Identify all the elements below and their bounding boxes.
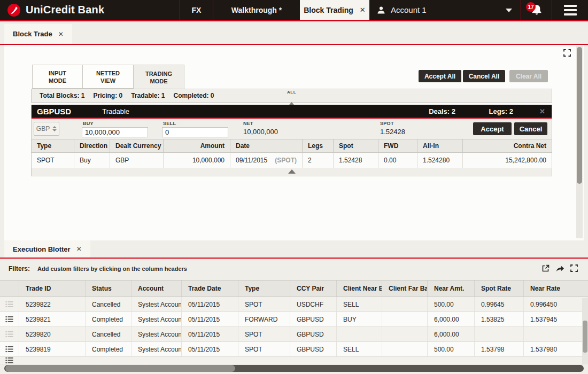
cancel-all-button[interactable]: Cancel All <box>463 70 505 82</box>
blotter-row[interactable]: 5239820 Cancelled Systest Account 1 05/1… <box>0 327 588 342</box>
column-header: Contra Net <box>463 139 552 152</box>
close-icon[interactable]: ✕ <box>360 6 366 14</box>
tab-block-trading[interactable]: Block Trading ✕ <box>300 0 369 20</box>
cell-spot: 1.52428 <box>334 153 378 168</box>
blotter-vertical-scrollbar[interactable] <box>582 298 588 364</box>
row-menu-icon[interactable] <box>0 297 19 311</box>
column-header: All-In <box>417 139 463 152</box>
cell: 5239819 <box>19 342 86 356</box>
menu-item-walkthrough[interactable]: Walkthrough * <box>213 0 300 20</box>
collapse-all-toggle[interactable]: ALL <box>287 90 296 102</box>
cell-fwd: 0.00 <box>378 153 417 168</box>
column-header[interactable]: Client Near Bas <box>337 280 382 297</box>
column-header[interactable]: Trade ID <box>19 280 86 297</box>
net-value: 10,000,000 <box>243 128 278 136</box>
cell <box>382 342 428 356</box>
filters-hint: Add custom filters by clicking on the co… <box>37 266 187 272</box>
cell: 05/11/2015 <box>182 297 238 311</box>
row-menu-icon[interactable] <box>0 357 19 364</box>
share-icon[interactable] <box>555 264 564 275</box>
cell-all-in: 1.524280 <box>417 153 463 168</box>
collapse-block-icon[interactable] <box>288 169 296 174</box>
pricing-count: Pricing: 0 <box>93 92 122 99</box>
column-header: Amount <box>164 139 230 152</box>
fullscreen-icon[interactable] <box>570 264 578 275</box>
row-menu-icon[interactable] <box>0 312 19 326</box>
blotter-tabstrip: Execution Blotter ✕ <box>0 240 588 258</box>
summary-bar: Total Blocks: 1 Pricing: 0 Tradable: 1 C… <box>31 89 552 103</box>
cell: 0.99645 <box>475 297 524 311</box>
cell: 5239822 <box>19 297 86 311</box>
deal-table-row[interactable]: SPOT Buy GBP 10,000,000 09/11/2015 (SPOT… <box>32 153 552 168</box>
close-icon[interactable]: ✕ <box>58 30 64 38</box>
accept-button[interactable]: Accept <box>473 122 512 135</box>
cell <box>382 312 428 326</box>
tab-netted-view[interactable]: NETTED VIEW <box>83 65 134 89</box>
fullscreen-icon[interactable] <box>563 49 571 59</box>
cell: FORWARD <box>238 312 290 326</box>
cell: 1.53798 <box>475 342 524 356</box>
horizontal-scrollbar[interactable] <box>4 365 584 372</box>
popout-icon[interactable] <box>541 264 550 275</box>
close-icon[interactable]: ✕ <box>539 107 545 115</box>
cell: SELL <box>337 297 382 311</box>
blotter-row-partial[interactable] <box>0 357 588 364</box>
menu-item-fx[interactable]: FX <box>180 0 213 20</box>
column-header: Direction <box>74 139 110 152</box>
cell: 6,000.00 <box>428 312 475 326</box>
clear-all-button[interactable]: Clear All <box>509 70 548 82</box>
top-bar: UniCredit Bank FX Walkthrough * Block Tr… <box>0 0 588 21</box>
cell: 05/11/2015 <box>182 312 238 326</box>
column-header[interactable]: Client Far Base <box>382 280 428 297</box>
tab-label: MODE <box>49 77 66 84</box>
accept-all-button[interactable]: Accept All <box>419 70 461 82</box>
row-menu-icon[interactable] <box>0 327 19 341</box>
buy-amount-input[interactable] <box>82 127 148 137</box>
currency-pair: GBPUSD <box>37 107 71 116</box>
tab-input-mode[interactable]: INPUT MODE <box>32 65 83 89</box>
row-menu-icon[interactable] <box>0 342 19 356</box>
row-menu-column <box>0 280 19 297</box>
blotter-row[interactable]: 5239822 Cancelled Systest Account 1 05/1… <box>0 297 588 312</box>
column-header[interactable]: Trade Date <box>182 280 238 297</box>
column-header[interactable]: Account <box>131 280 182 297</box>
spot-label: SPOT <box>380 121 394 126</box>
cell: 05/11/2015 <box>182 342 238 356</box>
scrollbar-thumb[interactable] <box>583 321 587 353</box>
cell: Systest Account 1 <box>131 342 182 356</box>
hamburger-menu-button[interactable] <box>552 0 588 20</box>
tab-label: MODE <box>150 77 168 85</box>
column-header[interactable]: Near Amt. <box>428 280 475 297</box>
cell: 5239821 <box>19 312 86 326</box>
cancel-button[interactable]: Cancel <box>514 122 547 135</box>
sell-label: SELL <box>163 121 176 126</box>
column-header[interactable]: Status <box>86 280 131 297</box>
cell: SELL <box>337 342 382 356</box>
blotter-row[interactable]: 5239819 Completed Systest Account 1 05/1… <box>0 342 588 357</box>
tab-block-trade[interactable]: Block Trade ✕ <box>4 24 72 44</box>
column-header[interactable]: Near Rate <box>524 280 588 297</box>
tab-label: INPUT <box>49 69 66 77</box>
cell: 6,000.00 <box>428 327 475 341</box>
cell: GBPUSD <box>290 342 337 356</box>
scrollbar-thumb[interactable] <box>5 365 235 372</box>
column-header[interactable]: Spot Rate <box>475 280 524 297</box>
currency-select[interactable]: GBP <box>34 122 59 136</box>
notifications-button[interactable]: 17 <box>521 0 552 20</box>
vertical-scrollbar[interactable] <box>576 46 583 238</box>
tab-trading-mode[interactable]: TRADING MODE <box>134 65 184 89</box>
column-header[interactable]: CCY Pair <box>290 280 337 297</box>
all-label: ALL <box>287 90 296 95</box>
tab-execution-blotter[interactable]: Execution Blotter ✕ <box>4 240 90 258</box>
sell-amount-input[interactable] <box>162 127 228 137</box>
cell-type: SPOT <box>32 153 74 168</box>
column-header[interactable]: Type <box>238 280 290 297</box>
currency-select-value: GBP <box>36 125 50 133</box>
block-footer <box>32 168 552 176</box>
blotter-row[interactable]: 5239821 Completed Systest Account 1 05/1… <box>0 312 588 327</box>
scrollbar-thumb[interactable] <box>577 47 582 184</box>
account-menu[interactable]: Account 1 <box>369 0 521 20</box>
trade-ticket: GBP BUY SELL NET 10,000,000 SPOT 1.52428… <box>32 119 552 139</box>
close-icon[interactable]: ✕ <box>76 245 82 253</box>
blotter-header-row: Trade ID Status Account Trade Date Type … <box>0 280 588 297</box>
